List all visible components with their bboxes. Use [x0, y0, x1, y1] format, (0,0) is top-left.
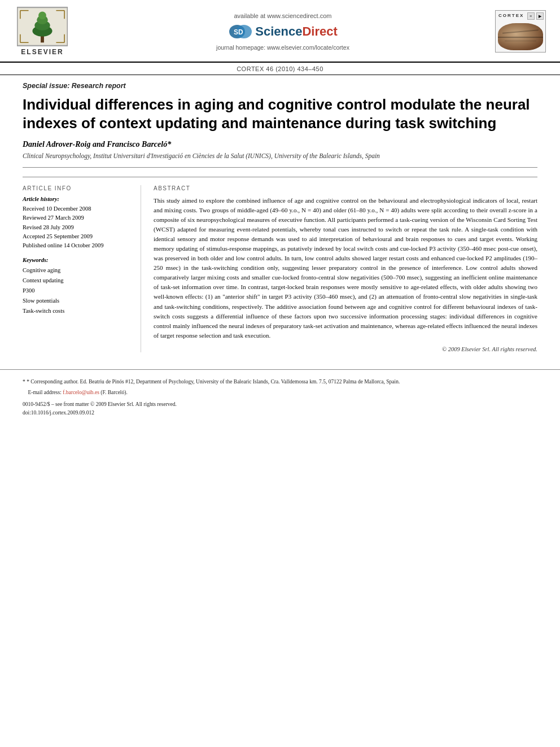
authors: Daniel Adrover-Roig and Francisco Barcel… — [23, 140, 537, 149]
elsevier-label: ELSEVIER — [21, 48, 63, 56]
sciencedirect-text: ScienceDirect — [255, 24, 338, 39]
cortex-icon-2: ▶ — [536, 12, 544, 20]
article-history-received: Received 10 December 2008 — [23, 204, 129, 213]
journal-citation: CORTEX 46 (2010) 434–450 — [0, 63, 560, 75]
elsevier-logo-image — [17, 7, 68, 46]
article-title: Individual differences in aging and cogn… — [23, 95, 537, 132]
article-history-reviewed: Reviewed 27 March 2009 — [23, 213, 129, 222]
cortex-icon-1: ≡ — [527, 12, 535, 20]
sciencedirect-logo: SD ScienceDirect — [228, 23, 338, 41]
footer-email-link[interactable]: f.barcelo@uib.es — [63, 390, 99, 395]
article-history-accepted: Accepted 25 September 2009 — [23, 232, 129, 241]
footer-email-label: E-mail address: — [28, 390, 62, 395]
cortex-logo-box: ≡ ▶ CORTEX — [495, 10, 546, 53]
journal-header: ELSEVIER available at www.sciencedirect.… — [0, 0, 560, 63]
cortex-logo: ≡ ▶ CORTEX — [492, 10, 549, 53]
footer-issn: 0010-9452/$ – see front matter © 2009 El… — [23, 400, 537, 409]
svg-point-5 — [38, 12, 46, 20]
article-info-heading: ARTICLE INFO — [23, 185, 129, 191]
special-issue-label: Special issue: Research report — [23, 75, 537, 93]
cortex-top-label: CORTEX — [498, 13, 524, 18]
article-info-column: ARTICLE INFO Article history: Received 1… — [23, 185, 141, 352]
abstract-copyright: © 2009 Elsevier Srl. All rights reserved… — [154, 346, 537, 352]
abstract-heading: ABSTRACT — [154, 185, 537, 191]
two-column-section: ARTICLE INFO Article history: Received 1… — [23, 177, 537, 352]
abstract-text: This study aimed to explore the combined… — [154, 196, 537, 340]
footer-email-line: E-mail address: f.barcelo@uib.es (F. Bar… — [23, 388, 537, 397]
elsevier-logo: ELSEVIER — [11, 7, 73, 56]
footer-star-text: * Corresponding author. Ed. Beatriu de P… — [27, 379, 400, 385]
keyword-task-switch-costs: Task-switch costs — [23, 306, 129, 316]
page-footer: * * Corresponding author. Ed. Beatriu de… — [0, 369, 560, 427]
article-history-revised: Revised 28 July 2009 — [23, 223, 129, 232]
cortex-brain-image — [498, 23, 543, 50]
main-content: Special issue: Research report Individua… — [0, 75, 560, 352]
svg-text:SD: SD — [234, 28, 243, 36]
keyword-context-updating: Context updating — [23, 276, 129, 286]
journal-homepage: journal homepage: www.elsevier.com/locat… — [216, 44, 349, 51]
article-history-label: Article history: — [23, 196, 129, 202]
journal-url: available at www.sciencedirect.com — [234, 12, 331, 19]
footer-doi: doi:10.1016/j.cortex.2009.09.012 — [23, 409, 537, 417]
keywords-label: Keywords: — [23, 257, 129, 263]
authors-text: Daniel Adrover-Roig and Francisco Barcel… — [23, 140, 171, 148]
footer-corresponding-author: * * Corresponding author. Ed. Beatriu de… — [23, 378, 537, 386]
keyword-slow-potentials: Slow potentials — [23, 296, 129, 306]
article-history-published: Published online 14 October 2009 — [23, 241, 129, 250]
affiliation: Clinical Neuropsychology, Institut Unive… — [23, 152, 537, 168]
footer-email-suffix: (F. Barceló). — [100, 390, 128, 395]
keyword-cognitive-aging: Cognitive aging — [23, 265, 129, 276]
keyword-p300: P300 — [23, 286, 129, 296]
journal-center: available at www.sciencedirect.com SD Sc… — [73, 12, 492, 51]
abstract-column: ABSTRACT This study aimed to explore the… — [141, 185, 537, 352]
